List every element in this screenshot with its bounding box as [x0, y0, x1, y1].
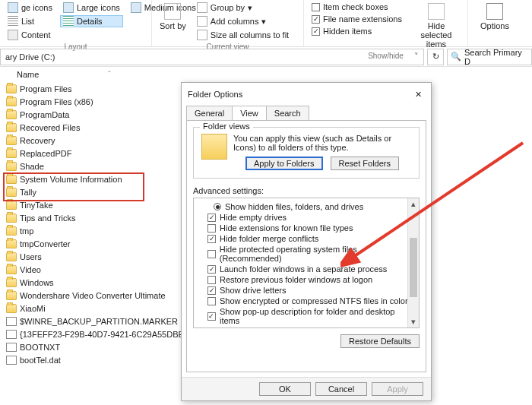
hidden-items[interactable]: ✓Hidden items: [309, 26, 405, 36]
scroll-thumb[interactable]: [410, 238, 417, 297]
adv-setting-label: Show hidden files, folders, and drives: [225, 202, 363, 211]
adv-setting-label: Hide extensions for known file types: [220, 223, 353, 233]
address-bar[interactable]: ary Drive (C:) ˅: [0, 49, 424, 65]
adv-setting-label: Show encrypted or compressed NTFS files …: [220, 296, 408, 305]
radio-icon: [214, 203, 221, 210]
reset-folders-button[interactable]: Reset Folders: [331, 157, 399, 170]
folder-icon: [6, 97, 17, 106]
adv-setting-label: Restore previous folder windows at logon: [220, 275, 372, 284]
folder-icon: [6, 265, 17, 274]
options-icon: [486, 3, 503, 20]
view-details[interactable]: Details: [60, 15, 123, 27]
adv-setting[interactable]: ✓Show drive letters: [197, 285, 416, 296]
view-list[interactable]: List: [5, 15, 55, 27]
folder-icon: [6, 188, 17, 197]
close-button[interactable]: ✕: [411, 87, 425, 101]
adv-setting-label: Hide empty drives: [220, 213, 287, 222]
size-columns[interactable]: Size all columns to fit: [194, 29, 292, 41]
checkbox-icon: ✓: [207, 312, 216, 321]
adv-setting[interactable]: ✓Hide folder merge conflicts: [197, 233, 416, 244]
column-headers[interactable]: Name ˆ: [0, 67, 532, 82]
scrollbar[interactable]: ▴ ▾: [407, 198, 419, 327]
item-name: Recovery: [20, 136, 55, 145]
folder-icon: [6, 136, 17, 145]
search-input[interactable]: 🔍 Search Primary D: [447, 49, 532, 65]
folder-icon: [6, 278, 17, 287]
item-name: bootTel.dat: [20, 356, 61, 365]
adv-setting[interactable]: ✓Show pop-up description for folder and …: [197, 306, 416, 326]
checkbox-icon: ✓: [207, 235, 216, 243]
file-name-ext[interactable]: ✓File name extensions: [309, 14, 405, 24]
item-name: ReplacedPDF: [20, 149, 71, 158]
folder-views-text: You can apply this view (such as Details…: [233, 134, 411, 152]
tab-search[interactable]: Search: [266, 106, 309, 120]
item-name: Wondershare Video Converter Ultimate: [20, 291, 166, 300]
folder-icon: [201, 134, 227, 160]
apply-button[interactable]: Apply: [372, 382, 423, 396]
adv-setting-label: Hide folder merge conflicts: [220, 234, 318, 243]
apply-to-folders-button[interactable]: Apply to Folders: [245, 157, 322, 170]
adv-setting-label: Show drive letters: [220, 286, 286, 295]
scroll-up-icon[interactable]: ▴: [408, 198, 419, 210]
checkbox-icon: [207, 297, 216, 305]
sort-by-button[interactable]: Sort by: [157, 2, 189, 41]
checkbox-icon: [207, 250, 216, 258]
ok-button[interactable]: OK: [259, 382, 311, 396]
view-large-icons[interactable]: Large icons: [60, 2, 123, 14]
adv-setting[interactable]: ✓Hide empty drives: [197, 212, 416, 223]
options-button[interactable]: Options: [473, 2, 517, 32]
item-name: tmpConverter: [20, 239, 71, 248]
item-name: Program Files: [20, 84, 71, 93]
view-content[interactable]: Content: [5, 29, 55, 41]
tab-general[interactable]: General: [186, 106, 233, 120]
adv-setting[interactable]: Hide protected operating system files (R…: [197, 244, 416, 264]
restore-defaults-button[interactable]: Restore Defaults: [340, 334, 420, 348]
adv-setting[interactable]: ✓Show preview handlers in preview pane: [197, 326, 416, 328]
folder-icon: [6, 304, 17, 313]
item-name: Windows: [20, 278, 54, 287]
item-name: $WINRE_BACKUP_PARTITION.MARKER: [20, 317, 178, 326]
item-name: Users: [20, 252, 42, 261]
adv-setting[interactable]: Hide extensions for known file types: [197, 223, 416, 233]
adv-setting-label: Launch folder windows in a separate proc…: [220, 264, 387, 274]
refresh-icon: ↻: [432, 52, 439, 62]
advanced-label: Advanced settings:: [193, 186, 420, 195]
hide-selected-button[interactable]: Hide selected items: [410, 2, 463, 50]
tab-view[interactable]: View: [232, 106, 267, 120]
folder-icon: [6, 123, 17, 132]
adv-setting[interactable]: Show hidden files, folders, and drives: [197, 201, 416, 212]
item-name: Program Files (x86): [20, 97, 93, 106]
chevron-down-icon[interactable]: ˅: [414, 52, 419, 62]
cancel-button[interactable]: Cancel: [315, 382, 367, 396]
item-name: TinyTake: [20, 201, 53, 210]
path-text: ary Drive (C:): [5, 52, 55, 62]
checkbox-icon: ✓: [207, 214, 216, 222]
checkbox-icon: [207, 276, 216, 284]
advanced-settings-list[interactable]: Show hidden files, folders, and drives✓H…: [193, 198, 420, 328]
adv-setting[interactable]: ✓Launch folder windows in a separate pro…: [197, 264, 416, 274]
folder-options-dialog: Folder Options ✕ General View Search Fol…: [181, 82, 432, 401]
add-columns[interactable]: Add columns ▾: [194, 15, 292, 27]
adv-setting[interactable]: Restore previous folder windows at logon: [197, 274, 416, 285]
col-name[interactable]: Name: [17, 70, 108, 79]
view-ge-icons[interactable]: ge icons: [5, 2, 55, 14]
item-name: Tally: [20, 188, 36, 197]
dialog-buttons: OK Cancel Apply: [182, 377, 431, 400]
file-icon: [6, 330, 17, 339]
ribbon: ge icons List Content Large icons Detail…: [0, 0, 532, 47]
checkbox-icon: [312, 3, 320, 11]
folder-icon: [6, 201, 17, 210]
item-name: XiaoMi: [20, 304, 46, 313]
adv-setting-label: Hide protected operating system files (R…: [220, 245, 416, 263]
item-name: System Volume Information: [20, 175, 122, 184]
file-icon: [6, 356, 17, 365]
dialog-tabs: General View Search: [182, 106, 431, 120]
scroll-down-icon[interactable]: ▾: [408, 316, 419, 327]
item-name: Shade: [20, 162, 44, 171]
refresh-button[interactable]: ↻: [427, 49, 444, 65]
group-by[interactable]: Group by ▾: [194, 2, 292, 14]
folder-icon: [6, 84, 17, 93]
item-check-boxes[interactable]: Item check boxes: [309, 2, 405, 12]
adv-setting[interactable]: Show encrypted or compressed NTFS files …: [197, 296, 416, 306]
folder-icon: [6, 291, 17, 300]
